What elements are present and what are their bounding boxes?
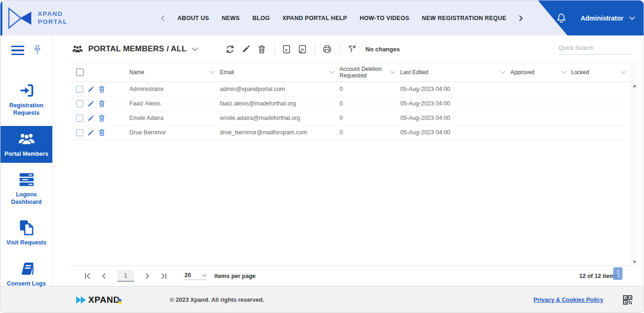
bowtie-logo-icon [7,7,33,30]
nav-item-howto-videos[interactable]: HOW-TO VIDEOS [360,15,409,21]
sidebar-item-label: Portal Members [5,150,49,158]
last-page-button[interactable] [161,273,167,279]
row-checkbox[interactable] [76,100,83,107]
sidebar-item-portal-members[interactable]: Portal Members [0,126,52,163]
book-icon [19,261,35,277]
nav-item-blog[interactable]: BLOG [252,15,269,21]
export-pdf-button[interactable] [295,41,311,57]
column-menu-icon[interactable] [329,70,335,74]
people-icon [71,45,84,53]
first-page-button[interactable] [85,273,91,279]
sidebar-item-logons-dashboard[interactable]: Logons Dashboard [0,167,52,211]
column-menu-icon[interactable] [210,70,215,74]
row-checkbox[interactable] [76,115,83,122]
quick-search-input[interactable] [559,45,634,51]
sidebar-item-label: Visit Requests [7,239,47,246]
privacy-policy-link[interactable]: Privacy & Cookies Policy [534,297,603,303]
sidebar-item-label: Logons Dashboard [2,191,50,206]
grid-title-text: PORTAL MEMBERS / ALL [88,44,187,54]
cell-deletion-requested: 0 [340,129,400,136]
cell-last-edited: 05-Aug-2023 04:00 [400,86,510,92]
nav-item-about-us[interactable]: ABOUT US [177,15,209,21]
row-edit-icon[interactable] [87,100,94,107]
nav-item-help[interactable]: XPAND PORTAL HELP [283,15,347,21]
delete-button[interactable] [254,41,270,57]
toolbar-divider [274,43,275,55]
row-edit-icon[interactable] [87,115,94,122]
sidebar: Registration Requests Portal Members [0,35,53,286]
cell-email: admin@xpandportal.com [220,86,340,92]
drag-handle[interactable] [613,267,623,280]
nav-scroll-right-icon[interactable] [519,15,523,21]
column-header-approved[interactable]: Approved [510,69,571,76]
sidebar-item-registration-requests[interactable]: Registration Requests [0,77,52,122]
print-button[interactable] [319,41,335,57]
sign-in-icon [19,83,34,98]
vertical-scrollbar[interactable] [631,63,637,265]
clear-filters-button[interactable] [344,41,360,57]
current-page[interactable]: 1 [117,270,134,282]
nav-scroll-left-icon[interactable] [161,15,165,21]
logo-text: XPAND PORTAL [38,10,68,26]
sidebar-item-consent-logs[interactable]: Consent Logs [0,256,52,292]
row-checkbox[interactable] [76,86,83,93]
quick-search [559,44,632,55]
ukraine-flag-mark [118,299,121,304]
grid-toolbar: PORTAL MEMBERS / ALL [53,35,644,63]
footer-logo-text: XPAND [88,295,120,305]
next-page-button[interactable] [145,273,149,279]
table-row[interactable]: Drue Berrimor drue_berrimor@mailforspam.… [71,125,631,140]
top-bar: XPAND PORTAL ABOUT US NEWS BLOG XPAND PO… [0,0,644,35]
column-header-locked[interactable]: Locked [571,69,631,76]
xpand-portal-logo[interactable]: XPAND PORTAL [7,7,68,30]
user-corner: Administrator [519,0,644,35]
row-delete-icon[interactable] [99,85,105,93]
notifications-bell-icon[interactable] [556,13,566,24]
cell-last-edited: 05-Aug-2023 04:00 [400,129,510,136]
row-delete-icon[interactable] [99,114,105,122]
qr-code-icon[interactable] [623,295,632,305]
row-delete-icon[interactable] [99,129,105,136]
edit-button[interactable] [238,41,254,57]
table-row[interactable]: Ensile Adaira enslie.adaira@madeforthat.… [71,111,631,125]
grid-title: PORTAL MEMBERS / ALL [71,44,198,54]
nav-item-news[interactable]: NEWS [222,15,240,21]
row-checkbox[interactable] [76,129,83,136]
column-menu-icon[interactable] [390,70,396,74]
column-menu-icon[interactable] [621,70,626,74]
column-menu-icon[interactable] [500,70,506,74]
hamburger-menu-icon[interactable] [11,46,24,56]
page-size-select[interactable]: 20 [184,272,207,280]
top-bar-accent-edge [0,0,2,35]
column-header-name[interactable]: Name [129,69,220,76]
cell-deletion-requested: 0 [340,86,400,92]
scroll-up-icon[interactable] [633,84,637,87]
user-menu[interactable]: Administrator [580,14,635,22]
cell-deletion-requested: 0 [340,100,400,107]
cell-name: Administrator [129,86,220,92]
scroll-down-icon[interactable] [633,261,637,264]
user-name: Administrator [580,14,623,22]
export-excel-button[interactable]: x [279,41,295,57]
toolbar-divider [340,43,340,55]
column-header-email[interactable]: Email [220,69,340,76]
cell-email: enslie.adaira@madeforthat.org [220,115,340,121]
refresh-button[interactable] [222,41,238,57]
sidebar-item-label: Registration Requests [2,102,50,117]
row-delete-icon[interactable] [99,100,105,107]
sidebar-item-visit-requests[interactable]: Visit Requests [0,215,52,251]
xpand-footer-logo: XPAND [75,295,121,305]
row-edit-icon[interactable] [87,129,94,136]
cell-name: Drue Berrimor [129,129,220,136]
table-row[interactable]: Administrator admin@xpandportal.com 0 05… [71,82,631,97]
row-edit-icon[interactable] [87,86,94,93]
pin-icon[interactable] [33,45,42,56]
select-all-checkbox[interactable] [76,69,84,76]
column-header-account-deletion[interactable]: Account Deletion Requested [340,66,400,79]
prev-page-button[interactable] [102,273,106,279]
column-header-last-edited[interactable]: Last Edited [400,69,510,76]
nav-item-new-registration[interactable]: NEW REGISTRATION REQUE [422,15,506,21]
table-row[interactable]: Faaiz Alexis faaiz.alexis@madeforthat.or… [71,97,631,111]
chevron-down-icon[interactable] [191,47,198,51]
column-menu-icon[interactable] [561,70,566,74]
